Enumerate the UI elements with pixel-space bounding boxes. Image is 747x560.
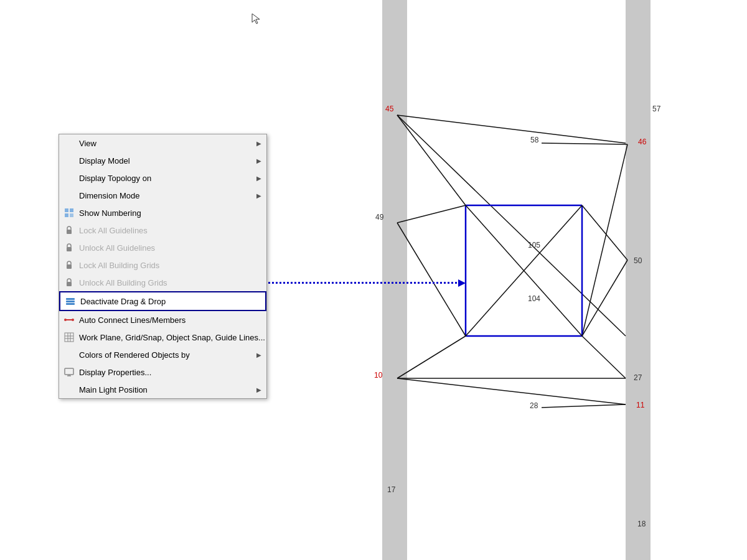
menu-icon-unlock-all-building-grids: [63, 276, 75, 289]
svg-line-4: [582, 144, 627, 336]
node-57: 57: [652, 105, 660, 113]
submenu-arrow-display-model: ▶: [256, 157, 261, 164]
submenu-arrow-display-topology: ▶: [256, 175, 261, 182]
menu-icon-unlock-all-guidelines: [63, 241, 75, 254]
svg-rect-22: [65, 213, 68, 217]
menu-icon-auto-connect: [63, 314, 75, 326]
menu-label-main-light: Main Light Position: [79, 385, 256, 394]
node-27: 27: [634, 373, 642, 382]
menu-item-lock-all-guidelines[interactable]: Lock All Guidelines: [59, 222, 266, 239]
svg-point-32: [64, 319, 67, 321]
menu-item-display-properties[interactable]: Display Properties...: [59, 363, 266, 381]
menu-label-colors-rendered: Colors of Rendered Objects by: [79, 350, 256, 360]
svg-line-12: [397, 223, 466, 336]
menu-item-lock-all-building-grids[interactable]: Lock All Building Grids: [59, 256, 266, 274]
node-18: 18: [637, 520, 646, 528]
svg-rect-29: [66, 301, 75, 302]
menu-icon-lock-all-guidelines: [63, 224, 75, 236]
menu-label-display-model: Display Model: [79, 156, 256, 166]
svg-line-19: [582, 336, 626, 378]
menu-icon-view: [63, 137, 75, 149]
svg-line-13: [582, 205, 627, 260]
menu-item-deactivate-drag-drop[interactable]: Deactivate Drag & Drop: [59, 291, 266, 311]
menu-item-unlock-all-guidelines[interactable]: Unlock All Guidelines: [59, 239, 266, 256]
node-49: 49: [375, 213, 383, 222]
menu-label-unlock-all-guidelines: Unlock All Guidelines: [79, 243, 261, 253]
menu-label-lock-all-building-grids: Lock All Building Grids: [79, 261, 261, 270]
node-10: 10: [374, 371, 382, 380]
submenu-arrow-view: ▶: [256, 140, 261, 147]
menu-item-display-topology[interactable]: Display Topology on▶: [59, 169, 266, 187]
svg-rect-30: [66, 303, 75, 305]
menu-icon-work-plane: [63, 331, 75, 343]
menu-label-dimension-mode: Dimension Mode: [79, 191, 256, 200]
svg-rect-24: [67, 230, 72, 234]
menu-label-view: View: [79, 139, 256, 148]
node-17: 17: [387, 485, 395, 494]
menu-label-display-properties: Display Properties...: [79, 368, 261, 377]
menu-item-unlock-all-building-grids[interactable]: Unlock All Building Grids: [59, 274, 266, 291]
context-menu: View▶Display Model▶Display Topology on▶D…: [59, 134, 267, 399]
label-58: 58: [530, 136, 538, 144]
menu-icon-display-model: [63, 154, 75, 167]
svg-line-0: [397, 115, 626, 143]
svg-line-17: [397, 336, 466, 378]
svg-rect-34: [65, 333, 73, 342]
node-11: 11: [636, 401, 644, 409]
svg-rect-26: [67, 264, 72, 269]
menu-icon-lock-all-building-grids: [63, 259, 75, 271]
node-46: 46: [638, 138, 646, 146]
menu-label-lock-all-guidelines: Lock All Guidelines: [79, 226, 261, 235]
svg-rect-25: [67, 247, 72, 251]
menu-label-auto-connect: Auto Connect Lines/Members: [79, 315, 261, 325]
menu-item-display-model[interactable]: Display Model▶: [59, 152, 266, 169]
label-105: 105: [528, 241, 540, 250]
menu-icon-show-numbering: [63, 207, 75, 219]
menu-item-work-plane[interactable]: Work Plane, Grid/Snap, Object Snap, Guid…: [59, 329, 266, 346]
menu-item-view[interactable]: View▶: [59, 134, 266, 152]
menu-icon-display-properties: [63, 366, 75, 378]
menu-item-show-numbering[interactable]: Show Numbering: [59, 204, 266, 222]
menu-icon-display-topology: [63, 172, 75, 184]
svg-line-18: [542, 404, 626, 408]
svg-line-14: [582, 260, 627, 336]
menu-label-work-plane: Work Plane, Grid/Snap, Object Snap, Guid…: [79, 333, 265, 342]
menu-label-display-topology: Display Topology on: [79, 174, 256, 183]
submenu-arrow-main-light: ▶: [256, 386, 261, 393]
submenu-arrow-colors-rendered: ▶: [256, 352, 261, 358]
menu-icon-deactivate-drag-drop: [64, 295, 77, 307]
svg-rect-21: [70, 208, 73, 212]
svg-line-16: [397, 378, 626, 404]
menu-label-unlock-all-building-grids: Unlock All Building Grids: [79, 278, 261, 287]
svg-line-2: [397, 115, 466, 205]
svg-rect-39: [65, 368, 73, 375]
svg-rect-27: [67, 282, 72, 286]
svg-line-3: [542, 143, 627, 144]
label-28: 28: [530, 401, 538, 410]
menu-item-main-light[interactable]: Main Light Position▶: [59, 381, 266, 398]
menu-icon-colors-rendered: [63, 348, 75, 361]
submenu-arrow-dimension-mode: ▶: [256, 192, 261, 199]
svg-rect-23: [70, 213, 73, 217]
svg-line-11: [397, 205, 466, 223]
menu-icon-main-light: [63, 383, 75, 396]
node-50: 50: [634, 256, 642, 265]
svg-line-1: [397, 115, 626, 336]
menu-item-dimension-mode[interactable]: Dimension Mode▶: [59, 187, 266, 204]
svg-rect-28: [66, 298, 75, 300]
label-104: 104: [528, 294, 540, 303]
svg-rect-20: [65, 208, 68, 212]
menu-item-auto-connect[interactable]: Auto Connect Lines/Members: [59, 311, 266, 329]
menu-label-deactivate-drag-drop: Deactivate Drag & Drop: [80, 297, 260, 306]
node-45: 45: [385, 105, 393, 113]
menu-label-show-numbering: Show Numbering: [79, 208, 261, 218]
svg-point-33: [72, 319, 74, 321]
menu-item-colors-rendered[interactable]: Colors of Rendered Objects by▶: [59, 346, 266, 363]
menu-icon-dimension-mode: [63, 189, 75, 202]
